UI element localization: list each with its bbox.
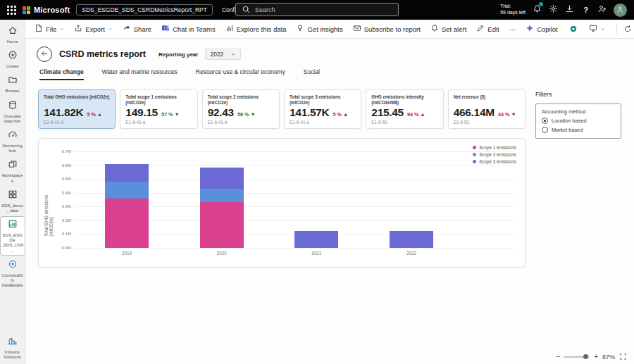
toolbar-edit-button[interactable]: Edit: [471, 20, 504, 38]
bar-2020[interactable]: [200, 168, 244, 248]
microsoft-logo-icon: [23, 6, 30, 14]
sidebar-item-monitoring-hub[interactable]: Monitoring hub: [1, 127, 25, 155]
bar-segment-scope-3-emissions[interactable]: [105, 164, 149, 182]
filters-title: Filters: [535, 91, 626, 98]
report-toolbar: FileExportShareTChat in TeamsExplore thi…: [25, 20, 634, 39]
toolbar-get-insights-button[interactable]: Get insights: [291, 20, 347, 38]
zoom-out-button[interactable]: −: [556, 353, 560, 360]
sidebar-item-sds-esgde-sds-csr[interactable]: SDS_ESGDE _SDS_CSR...: [1, 217, 25, 255]
kpi-value: 215.45: [371, 106, 404, 119]
bar-2021[interactable]: [294, 231, 338, 249]
filter-option-market-based[interactable]: Market based: [542, 127, 615, 133]
kpi-value: 92.43: [208, 106, 234, 119]
reporting-year-select[interactable]: 2022: [205, 49, 241, 60]
dot-icon: [8, 259, 18, 272]
y-tick-label: 0.6M: [50, 163, 71, 168]
view-mode-button[interactable]: [584, 24, 610, 34]
toolbar-subscribe-to-report-button[interactable]: Subscribe to report: [348, 20, 425, 38]
sidebar-item-create[interactable]: Create: [1, 48, 25, 70]
person-add-icon: [597, 4, 607, 16]
toolbar-export-button[interactable]: Export: [69, 20, 117, 38]
tab-water-and-marine-resources[interactable]: Water and marine resources: [102, 68, 178, 80]
export-icon: [74, 24, 82, 34]
y-tick-label: 0.3M: [50, 204, 71, 208]
bar-segment-scope-2-emissions[interactable]: [200, 189, 244, 203]
left-nav-rail: HomeCreateBrowseOneLake data hubMonitori…: [0, 20, 25, 364]
report-page-tabs: Climate changeWater and marine resources…: [25, 63, 634, 80]
toolbar-share-button[interactable]: Share: [118, 20, 156, 38]
app-badge-icon[interactable]: [569, 25, 578, 33]
tab-resource-use-circular-economy[interactable]: Resource use & circular economy: [196, 68, 285, 80]
bar-2022[interactable]: [390, 231, 433, 249]
legend-item-scope-1-emissions[interactable]: Scope 1 emissions: [473, 145, 516, 150]
bar-segment-scope-2-emissions[interactable]: [105, 182, 149, 199]
radio-icon[interactable]: [542, 127, 548, 133]
bar-segment-scope-3-emissions[interactable]: [200, 168, 244, 188]
tab-social[interactable]: Social: [304, 68, 320, 80]
sidebar-item-sds-demo-data[interactable]: SDS_demo_ data: [1, 187, 25, 215]
sidebar-item-browse[interactable]: Browse: [1, 73, 25, 95]
toolbar-set-alert-button[interactable]: Set alert: [425, 20, 471, 38]
bar-segment-scope-3-emissions[interactable]: [294, 231, 338, 249]
sidebar-item-contosoesg-dataestate[interactable]: ContosoESG DataEstate: [1, 257, 25, 290]
kpi-esrs-code: E1-6-41-c: [290, 120, 356, 125]
bar-segment-scope-1-emissions[interactable]: [105, 199, 149, 249]
toolbar-item-button[interactable]: ⋯: [504, 20, 521, 38]
copilot-label: Copilot: [537, 25, 558, 33]
radio-icon[interactable]: [542, 118, 548, 124]
settings-button[interactable]: [549, 4, 558, 16]
back-button[interactable]: [37, 46, 52, 62]
microsoft-logo[interactable]: Microsoft: [23, 6, 70, 14]
fit-to-page-icon[interactable]: [619, 353, 627, 360]
zoom-slider-handle[interactable]: [583, 354, 588, 359]
sidebar-item-workspaces[interactable]: Workspaces: [1, 157, 25, 184]
notifications-button[interactable]: [533, 4, 542, 16]
plus-icon: [8, 50, 18, 63]
x-tick-label: 2021: [294, 251, 338, 256]
toolbar-chat-in-teams-button[interactable]: TChat in Teams: [156, 20, 220, 38]
kpi-card-ghg-emissions-intensity-mtco2e-m[interactable]: GHG emissions intensity (mtCO2e/M$)215.4…: [366, 89, 443, 129]
search-input[interactable]: Search: [235, 3, 399, 16]
kpi-title: Net revenue ($): [454, 94, 520, 106]
legend-item-scope-3-emissions[interactable]: Scope 3 emissions: [473, 159, 516, 164]
zoom-slider[interactable]: [564, 356, 590, 358]
trial-countdown: Trial: 59 days left: [500, 4, 526, 16]
toolbar-file-button[interactable]: File: [30, 20, 69, 38]
chevron-down-icon: [600, 27, 605, 32]
download-app-button[interactable]: [565, 4, 574, 16]
home-icon: [8, 25, 18, 38]
toolbar-divider: [616, 24, 617, 34]
y-tick-label: 0.7M: [50, 149, 71, 153]
bar-2019[interactable]: [105, 164, 149, 248]
kpi-card-total-ghg-emissions-mtco2e[interactable]: Total GHG emissions (mtCO2e)141.82K5 % ▲…: [38, 89, 116, 129]
sidebar-item-onelake-data-hub[interactable]: OneLake data hub: [1, 98, 25, 125]
kpi-value: 466.14M: [454, 106, 495, 119]
bar-segment-scope-3-emissions[interactable]: [390, 231, 433, 249]
industry-icon: [8, 336, 18, 349]
legend-item-scope-2-emissions[interactable]: Scope 2 emissions: [473, 152, 516, 157]
kpi-title: Total scope 3 emissions (mtCO2e): [290, 94, 356, 106]
sidebar-item-home[interactable]: Home: [1, 23, 25, 46]
copilot-button[interactable]: Copilot: [521, 24, 563, 34]
toolbar-explore-this-data-button[interactable]: Explore this data: [220, 20, 292, 38]
kpi-card-total-scope-3-emissions-mtco2e[interactable]: Total scope 3 emissions (mtCO2e)141.57K5…: [284, 89, 361, 129]
refresh-button[interactable]: [623, 25, 632, 33]
x-tick-label: 2022: [390, 251, 433, 256]
kpi-delta: 5 % ▲: [333, 111, 349, 118]
report-name-pill[interactable]: SDS_ESGDE_SDS_CSRDMetricsReport_RPT: [76, 4, 213, 15]
sidebar-item-industry-solutions[interactable]: Industry Solutions: [1, 334, 25, 361]
kpi-esrs-code: E1-6-50: [371, 120, 437, 125]
tab-climate-change[interactable]: Climate change: [39, 68, 84, 80]
kpi-card-net-revenue[interactable]: Net revenue ($)466.14M43 % ▼E1-6-52: [448, 89, 526, 129]
filter-option-location-based[interactable]: Location based: [542, 118, 615, 124]
app-launcher-icon[interactable]: [7, 6, 16, 15]
kpi-card-total-scope-2-emissions-mtco2e[interactable]: Total scope 2 emissions (mtCO2e)92.4356 …: [202, 89, 280, 129]
explore-this-data-icon: [225, 24, 234, 34]
kpi-card-total-scope-1-emissions-mtco2e[interactable]: Total scope 1 emissions (mtCO2e)149.1557…: [120, 89, 197, 129]
invite-user-button[interactable]: [597, 4, 607, 16]
help-button[interactable]: ?: [581, 6, 590, 15]
search-placeholder: Search: [255, 6, 275, 13]
bar-segment-scope-1-emissions[interactable]: [200, 202, 244, 248]
zoom-in-button[interactable]: +: [594, 353, 598, 360]
account-avatar[interactable]: [614, 4, 627, 17]
